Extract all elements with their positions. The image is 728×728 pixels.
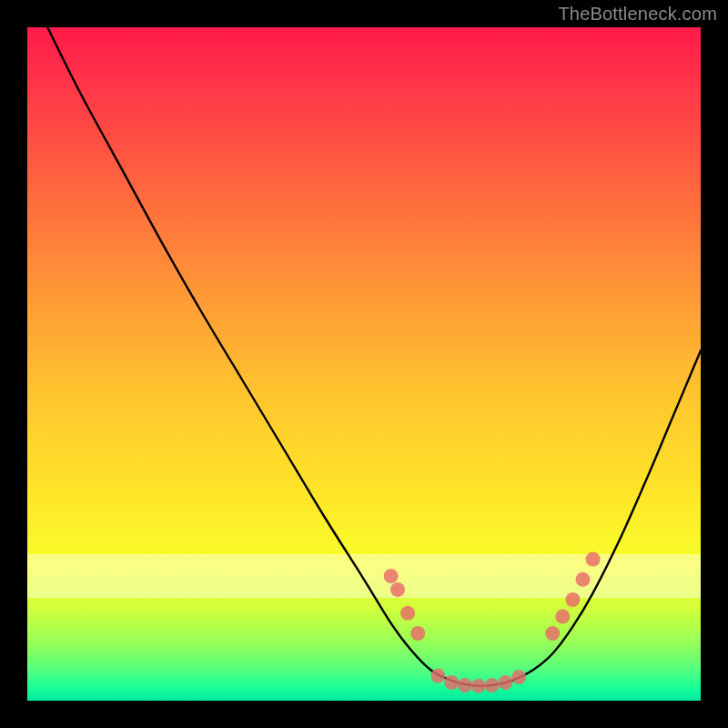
sample-dot xyxy=(498,675,512,690)
sample-dot xyxy=(410,626,425,641)
sample-dot xyxy=(471,679,486,693)
sample-dot xyxy=(444,675,459,690)
sample-dots xyxy=(384,552,601,693)
sample-dot xyxy=(586,552,601,567)
sample-dot xyxy=(400,606,415,621)
sample-dot xyxy=(545,626,560,641)
curve-svg xyxy=(27,27,701,701)
sample-dot xyxy=(511,670,526,684)
bottleneck-curve xyxy=(47,27,701,686)
sample-dot xyxy=(485,678,500,693)
sample-dot xyxy=(390,582,405,597)
chart-stage: TheBottleneck.com xyxy=(0,0,728,728)
sample-dot xyxy=(576,572,591,587)
sample-dot xyxy=(555,610,570,624)
sample-dot xyxy=(384,569,399,583)
watermark-text: TheBottleneck.com xyxy=(558,4,717,25)
plot-area xyxy=(27,27,701,701)
sample-dot xyxy=(458,678,472,693)
sample-dot xyxy=(430,669,445,683)
sample-dot xyxy=(565,592,580,607)
